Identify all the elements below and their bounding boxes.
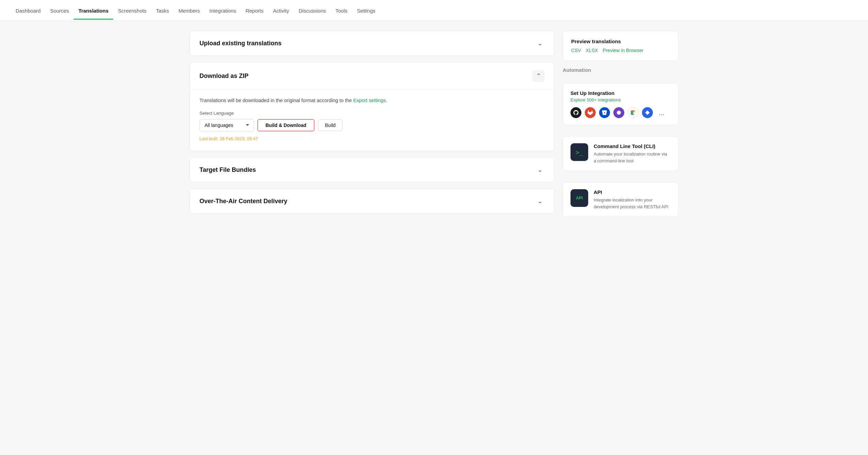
integration-title: Set Up Integration <box>570 90 671 96</box>
export-settings-link[interactable]: Export settings <box>353 98 386 103</box>
page-layout: Upload existing translations ⌄ Download … <box>179 21 689 231</box>
googleplay-icon[interactable] <box>628 107 639 118</box>
download-chevron-up-icon: ⌃ <box>532 70 545 82</box>
bitbucket-icon[interactable] <box>599 107 610 118</box>
download-description: Translations will be downloaded in the o… <box>199 90 545 111</box>
ota-card-title: Over-The-Air Content Delivery <box>199 198 287 205</box>
preview-links-row: CSV XLSX Preview in Browser <box>571 48 670 53</box>
api-title: API <box>594 189 671 195</box>
csv-link[interactable]: CSV <box>571 48 581 53</box>
preview-in-browser-link[interactable]: Preview in Browser <box>603 48 644 53</box>
cli-title: Command Line Tool (CLI) <box>594 143 671 149</box>
integration-subtitle[interactable]: Explore 500+ integrations <box>570 97 671 102</box>
upload-card-title: Upload existing translations <box>199 40 282 47</box>
gitlab-icon[interactable] <box>585 107 596 118</box>
target-bundles-title: Target File Bundles <box>199 166 256 174</box>
nav-item-translations[interactable]: Translations <box>74 1 113 20</box>
preview-translations-title: Preview translations <box>571 38 670 44</box>
api-text: API Integrate localization into your dev… <box>594 189 671 210</box>
crowdin-icon[interactable] <box>613 107 624 118</box>
ota-card-header[interactable]: Over-The-Air Content Delivery ⌄ <box>190 189 554 213</box>
select-language-label: Select Language <box>199 111 545 116</box>
nav-item-tasks[interactable]: Tasks <box>151 1 174 20</box>
last-built-info: Last built: 28 Feb 2023, 09:47 <box>199 136 545 141</box>
nav-item-members[interactable]: Members <box>174 1 205 20</box>
cli-card: >_ Command Line Tool (CLI) Automate your… <box>563 136 678 171</box>
language-select[interactable]: All languages <box>199 119 254 131</box>
nav-item-activity[interactable]: Activity <box>268 1 294 20</box>
build-button[interactable]: Build <box>318 119 343 131</box>
build-download-button[interactable]: Build & Download <box>257 119 315 131</box>
upload-translations-card: Upload existing translations ⌄ <box>190 31 554 56</box>
download-card-title: Download as ZIP <box>199 72 248 80</box>
upload-card-header[interactable]: Upload existing translations ⌄ <box>190 31 554 55</box>
nav-item-screenshots[interactable]: Screenshots <box>113 1 151 20</box>
nav-item-reports[interactable]: Reports <box>241 1 268 20</box>
setup-integration-card: Set Up Integration Explore 500+ integrat… <box>563 83 678 125</box>
ota-card: Over-The-Air Content Delivery ⌄ <box>190 189 554 214</box>
github-icon[interactable] <box>570 107 581 118</box>
target-bundles-header[interactable]: Target File Bundles ⌄ <box>190 158 554 182</box>
nav-item-discussions[interactable]: Discussions <box>294 1 331 20</box>
ota-chevron-down-icon: ⌄ <box>535 196 545 206</box>
svg-point-0 <box>617 111 621 115</box>
side-column: Preview translations CSV XLSX Preview in… <box>563 31 678 222</box>
integration-icons-row: ... <box>570 107 671 118</box>
download-card-header[interactable]: Download as ZIP ⌃ <box>190 62 554 90</box>
more-integrations-icon[interactable]: ... <box>656 107 667 118</box>
nav-item-settings[interactable]: Settings <box>352 1 380 20</box>
api-card: API API Integrate localization into your… <box>563 182 678 217</box>
diamond-icon[interactable] <box>642 107 653 118</box>
api-icon: API <box>570 189 588 207</box>
nav-item-dashboard[interactable]: Dashboard <box>11 1 45 20</box>
last-built-date: 28 Feb 2023, 09:47 <box>220 136 258 141</box>
top-navigation: DashboardSourcesTranslationsScreenshotsT… <box>0 0 868 21</box>
nav-item-sources[interactable]: Sources <box>45 1 74 20</box>
download-card-body: Translations will be downloaded in the o… <box>190 90 554 151</box>
nav-item-tools[interactable]: Tools <box>331 1 352 20</box>
download-zip-card: Download as ZIP ⌃ Translations will be d… <box>190 62 554 151</box>
preview-translations-card: Preview translations CSV XLSX Preview in… <box>563 31 678 61</box>
api-description: Integrate localization into your develop… <box>594 197 671 210</box>
cli-description: Automate your localization routine via a… <box>594 151 671 164</box>
download-controls: All languages Build & Download Build <box>199 119 545 131</box>
main-column: Upload existing translations ⌄ Download … <box>190 31 554 222</box>
xlsx-link[interactable]: XLSX <box>586 48 598 53</box>
nav-item-integrations[interactable]: Integrations <box>205 1 241 20</box>
upload-chevron-down-icon: ⌄ <box>535 38 545 48</box>
cli-text: Command Line Tool (CLI) Automate your lo… <box>594 143 671 164</box>
target-bundles-chevron-down-icon: ⌄ <box>535 165 545 175</box>
cli-icon: >_ <box>570 143 588 161</box>
automation-label: Automation <box>563 67 678 73</box>
target-bundles-card: Target File Bundles ⌄ <box>190 157 554 182</box>
